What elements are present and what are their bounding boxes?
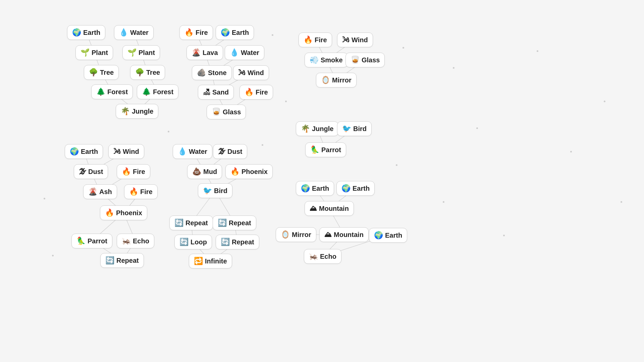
phoenix-icon: 🔥	[105, 208, 114, 217]
repeat-icon: 🔄	[218, 219, 227, 227]
craft-node-fire[interactable]: 🔥Fire	[117, 164, 150, 179]
earth-label: Earth	[385, 232, 402, 239]
craft-node-earth[interactable]: 🌍Earth	[336, 181, 375, 196]
stone-label: Stone	[208, 69, 227, 77]
craft-node-loop[interactable]: 🔄Loop	[174, 235, 212, 249]
craft-node-tree[interactable]: 🌳Tree	[84, 65, 119, 80]
craft-node-water[interactable]: 💧Water	[114, 25, 154, 40]
mountain-label: Mountain	[319, 205, 349, 213]
mud-label: Mud	[203, 168, 217, 176]
craft-node-stone[interactable]: 🪨Stone	[192, 65, 232, 80]
craft-node-wind[interactable]: 🌬Wind	[337, 33, 373, 47]
craft-node-bird[interactable]: 🐦Bird	[337, 121, 372, 136]
craft-node-mountain[interactable]: ⛰Mountain	[305, 201, 354, 216]
echo-icon: 🦗	[309, 252, 318, 261]
water-icon: 💧	[119, 28, 128, 37]
craft-node-fire[interactable]: 🔥Fire	[299, 33, 332, 47]
forest-icon: 🌲	[96, 87, 105, 96]
wind-label: Wind	[123, 148, 139, 156]
craft-node-ash[interactable]: 🌋Ash	[83, 184, 117, 199]
loop-label: Loop	[191, 238, 207, 246]
craft-node-infinite[interactable]: 🔁Infinite	[189, 254, 232, 268]
stone-icon: 🪨	[197, 68, 206, 77]
wind-label: Wind	[352, 36, 368, 44]
repeat-icon: 🔄	[221, 238, 230, 246]
jungle-label: Jungle	[312, 125, 333, 133]
craft-node-forest[interactable]: 🌲Forest	[137, 84, 178, 99]
craft-node-repeat[interactable]: 🔄Repeat	[216, 235, 259, 249]
craft-node-dust[interactable]: 🌫Dust	[74, 164, 108, 179]
craft-node-earth[interactable]: 🌍Earth	[65, 144, 103, 159]
repeat-icon: 🔄	[105, 256, 114, 265]
craft-node-phoenix[interactable]: 🔥Phoenix	[100, 205, 147, 220]
craft-node-tree[interactable]: 🌳Tree	[130, 65, 165, 80]
craft-node-repeat[interactable]: 🔄Repeat	[169, 216, 213, 230]
earth-label: Earth	[83, 29, 100, 37]
echo-label: Echo	[320, 253, 336, 260]
craft-node-earth[interactable]: 🌍Earth	[296, 181, 334, 196]
forest-label: Forest	[153, 88, 173, 96]
craft-node-mirror[interactable]: 🪞Mirror	[316, 73, 357, 87]
craft-node-glass[interactable]: 🥃Glass	[345, 53, 385, 67]
craft-node-plant[interactable]: 🌱Plant	[122, 45, 160, 60]
phoenix-label: Phoenix	[241, 168, 268, 176]
craft-node-echo[interactable]: 🦗Echo	[304, 249, 341, 264]
craft-node-repeat[interactable]: 🔄Repeat	[100, 253, 144, 268]
water-label: Water	[189, 148, 207, 156]
craft-node-phoenix[interactable]: 🔥Phoenix	[225, 164, 273, 179]
wind-label: Wind	[248, 69, 264, 77]
craft-node-wind[interactable]: 🌬Wind	[233, 65, 269, 80]
mountain-icon: ⛰	[324, 230, 332, 239]
craft-node-water[interactable]: 💧Water	[173, 144, 212, 159]
wind-icon: 🌬	[238, 68, 246, 77]
water-icon: 💧	[178, 147, 187, 156]
phoenix-icon: 🔥	[230, 167, 239, 176]
craft-node-fire[interactable]: 🔥Fire	[239, 85, 273, 100]
craft-node-repeat[interactable]: 🔄Repeat	[213, 216, 256, 230]
craft-node-bird[interactable]: 🐦Bird	[198, 183, 232, 198]
craft-node-earth[interactable]: 🌍Earth	[216, 25, 254, 40]
ash-icon: 🌋	[88, 187, 97, 196]
ash-label: Ash	[99, 188, 112, 196]
craft-node-water[interactable]: 💧Water	[225, 45, 264, 60]
echo-label: Echo	[133, 237, 149, 245]
craft-node-mirror[interactable]: 🪞Mirror	[276, 227, 316, 242]
forest-icon: 🌲	[142, 87, 151, 96]
craft-node-earth[interactable]: 🌍Earth	[67, 25, 105, 40]
fire-icon: 🔥	[245, 88, 254, 97]
craft-node-fire[interactable]: 🔥Fire	[179, 25, 213, 40]
craft-node-jungle[interactable]: 🌴Jungle	[296, 121, 338, 136]
repeat-label: Repeat	[116, 257, 139, 264]
plant-icon: 🌱	[127, 48, 137, 57]
repeat-label: Repeat	[232, 238, 254, 246]
fire-label: Fire	[196, 29, 208, 37]
craft-node-mountain[interactable]: ⛰Mountain	[319, 227, 369, 242]
craft-node-mud[interactable]: 💩Mud	[187, 164, 222, 179]
craft-node-plant[interactable]: 🌱Plant	[75, 45, 113, 60]
craft-node-parrot[interactable]: 🦜Parrot	[305, 142, 346, 157]
craft-node-fire[interactable]: 🔥Fire	[124, 184, 158, 199]
earth-icon: 🌍	[72, 28, 81, 37]
craft-node-glass[interactable]: 🥃Glass	[207, 105, 246, 119]
parrot-icon: 🦜	[310, 145, 319, 154]
craft-node-forest[interactable]: 🌲Forest	[91, 84, 133, 99]
craft-node-dust[interactable]: 🌫Dust	[213, 144, 247, 159]
craft-node-sand[interactable]: 🏖Sand	[198, 85, 234, 100]
mountain-label: Mountain	[334, 231, 364, 239]
plant-icon: 🌱	[80, 48, 90, 57]
earth-label: Earth	[232, 29, 249, 37]
jungle-icon: 🌴	[121, 107, 130, 116]
craft-node-smoke[interactable]: 💨Smoke	[305, 53, 348, 67]
craft-node-jungle[interactable]: 🌴Jungle	[116, 104, 158, 119]
earth-label: Earth	[353, 185, 370, 192]
bird-icon: 🐦	[203, 186, 212, 195]
craft-node-parrot[interactable]: 🦜Parrot	[71, 234, 112, 248]
earth-label: Earth	[312, 185, 329, 192]
mountain-icon: ⛰	[310, 204, 317, 213]
craft-node-wind[interactable]: 🌬Wind	[108, 144, 144, 159]
craft-node-lava[interactable]: 🌋Lava	[186, 45, 223, 60]
craft-node-earth[interactable]: 🌍Earth	[369, 228, 407, 243]
parrot-label: Parrot	[88, 237, 107, 245]
fire-label: Fire	[133, 168, 145, 176]
craft-node-echo[interactable]: 🦗Echo	[117, 234, 154, 248]
